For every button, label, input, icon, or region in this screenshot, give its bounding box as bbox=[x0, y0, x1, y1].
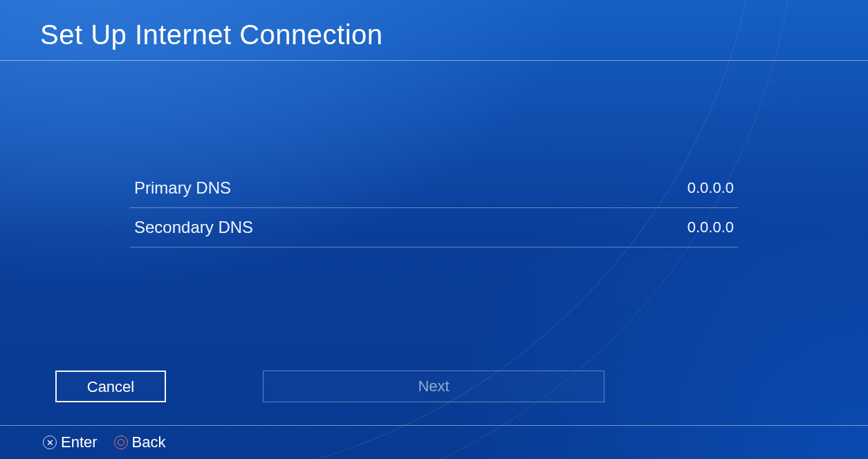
dns-secondary-row[interactable]: Secondary DNS 0.0.0.0 bbox=[130, 208, 738, 247]
cancel-button[interactable]: Cancel bbox=[55, 371, 166, 402]
dns-secondary-value: 0.0.0.0 bbox=[687, 218, 734, 236]
dns-secondary-label: Secondary DNS bbox=[134, 218, 253, 237]
next-button[interactable]: Next bbox=[263, 371, 604, 402]
page-title: Set Up Internet Connection bbox=[0, 0, 868, 60]
footer-hint-back: Back bbox=[114, 433, 166, 451]
footer-hint-enter: ✕ Enter bbox=[43, 433, 98, 451]
dns-primary-value: 0.0.0.0 bbox=[687, 179, 734, 197]
circle-icon bbox=[114, 435, 128, 449]
footer-enter-label: Enter bbox=[61, 433, 98, 451]
dns-primary-row[interactable]: Primary DNS 0.0.0.0 bbox=[130, 169, 738, 208]
dns-primary-label: Primary DNS bbox=[134, 178, 231, 198]
cross-icon: ✕ bbox=[43, 435, 57, 449]
footer-back-label: Back bbox=[132, 433, 166, 451]
